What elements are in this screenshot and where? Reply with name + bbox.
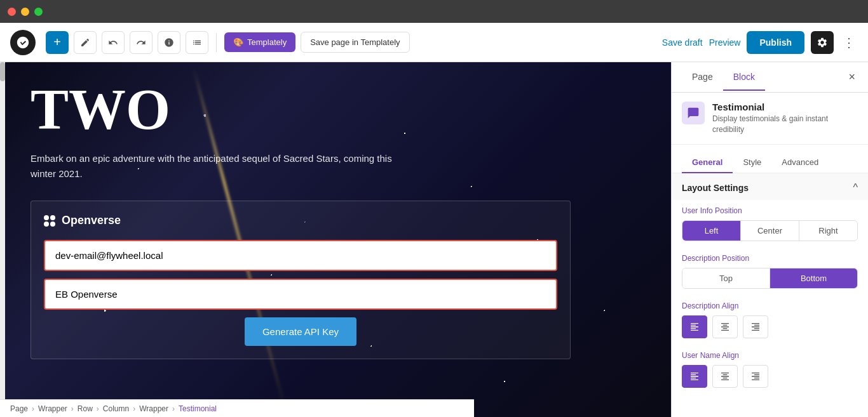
tab-page[interactable]: Page xyxy=(682,64,723,91)
description-position-group: Top Bottom xyxy=(682,268,858,289)
logo-dot xyxy=(44,215,49,220)
description-align-group xyxy=(682,315,858,338)
templately-icon: 🎨 xyxy=(233,37,243,47)
right-panel: Page Block × Testimonial Display testimo… xyxy=(671,62,868,417)
block-type-tabs: General Style Advanced xyxy=(672,145,868,173)
canvas-wrapper: TWO Embark on an epic adventure with the… xyxy=(0,62,671,417)
block-details: Testimonial Display testimonials & gain … xyxy=(712,102,858,135)
panel-body: Layout Settings ^ User Info Position Lef… xyxy=(672,173,868,417)
breadcrumb-sep-3: › xyxy=(97,404,99,413)
info-button[interactable] xyxy=(158,31,180,54)
toolbar-right-actions: Save draft Preview Publish ⋮ xyxy=(662,31,858,54)
breadcrumb-sep-4: › xyxy=(133,404,135,413)
tab-general[interactable]: General xyxy=(682,152,733,173)
add-block-button[interactable]: + xyxy=(46,31,69,54)
tab-block[interactable]: Block xyxy=(723,64,765,91)
desc-align-right-button[interactable] xyxy=(743,315,768,338)
canvas-text-content: TWO Embark on an epic adventure with the… xyxy=(31,81,646,359)
username-align-left-button[interactable] xyxy=(682,365,707,388)
main-area: TWO Embark on an epic adventure with the… xyxy=(0,62,868,417)
username-align-right-button[interactable] xyxy=(743,365,768,388)
save-page-templately-button[interactable]: Save page in Templately xyxy=(301,32,409,53)
pen-tool-button[interactable] xyxy=(74,31,97,54)
canvas-content: TWO Embark on an epic adventure with the… xyxy=(5,62,671,417)
close-window-btn[interactable] xyxy=(8,8,16,16)
layout-settings-section-header: Layout Settings ^ xyxy=(672,173,868,200)
breadcrumb-sep-5: › xyxy=(172,404,175,413)
breadcrumb-column[interactable]: Column xyxy=(103,404,129,413)
openverse-icon xyxy=(44,215,55,227)
desc-position-bottom-button[interactable]: Bottom xyxy=(770,268,857,288)
page-description: Embark on an epic adventure with the ant… xyxy=(31,151,412,182)
description-align-label: Description Align xyxy=(682,301,858,310)
site-name-field[interactable] xyxy=(44,279,557,310)
openverse-logo: Openverse xyxy=(44,214,557,227)
templately-button[interactable]: 🎨 Templately xyxy=(224,32,295,52)
openverse-name: Openverse xyxy=(62,214,121,227)
save-draft-button[interactable]: Save draft xyxy=(662,37,703,48)
breadcrumb: Page › Wrapper › Row › Column › Wrapper … xyxy=(0,399,474,417)
description-align-row: Description Align xyxy=(672,295,868,345)
block-description: Display testimonials & gain instant cred… xyxy=(712,114,858,135)
user-info-position-label: User Info Position xyxy=(682,206,858,215)
layout-settings-title: Layout Settings xyxy=(682,183,749,193)
breadcrumb-wrapper2[interactable]: Wrapper xyxy=(139,404,168,413)
breadcrumb-page[interactable]: Page xyxy=(10,404,28,413)
minimize-window-btn[interactable] xyxy=(21,8,29,16)
block-icon-box xyxy=(682,102,705,124)
description-position-label: Description Position xyxy=(682,254,858,263)
username-align-group xyxy=(682,365,858,388)
position-left-button[interactable]: Left xyxy=(682,221,741,241)
list-view-button[interactable] xyxy=(186,31,208,54)
section-toggle-icon[interactable]: ^ xyxy=(853,182,858,194)
block-info: Testimonial Display testimonials & gain … xyxy=(672,93,868,145)
logo-dot xyxy=(50,215,55,220)
breadcrumb-sep-2: › xyxy=(71,404,74,413)
description-position-row: Description Position Top Bottom xyxy=(672,248,868,295)
tab-style[interactable]: Style xyxy=(733,152,771,173)
user-info-position-group: Left Center Right xyxy=(682,220,858,241)
position-center-button[interactable]: Center xyxy=(741,221,799,241)
block-name: Testimonial xyxy=(712,102,858,112)
scroll-bar-left[interactable] xyxy=(0,62,5,417)
wordpress-icon[interactable] xyxy=(10,30,36,55)
logo-dot xyxy=(44,222,49,227)
desc-align-left-button[interactable] xyxy=(682,315,707,338)
toolbar: + 🎨 Templately Save page in Templately S… xyxy=(0,23,868,62)
titlebar xyxy=(0,0,868,23)
panel-tabs: Page Block × xyxy=(672,62,868,93)
page-heading: TWO xyxy=(31,81,646,138)
generate-api-key-button[interactable]: Generate API Key xyxy=(245,317,356,346)
tab-advanced[interactable]: Advanced xyxy=(771,152,829,173)
settings-button[interactable] xyxy=(811,31,834,54)
maximize-window-btn[interactable] xyxy=(34,8,43,16)
desc-position-top-button[interactable]: Top xyxy=(682,268,770,288)
form-container: Openverse Generate API Key xyxy=(31,201,571,359)
logo-dot xyxy=(50,222,55,227)
position-right-button[interactable]: Right xyxy=(799,221,857,241)
redo-button[interactable] xyxy=(130,31,153,54)
desc-align-center-button[interactable] xyxy=(712,315,738,338)
breadcrumb-wrapper1[interactable]: Wrapper xyxy=(38,404,67,413)
breadcrumb-row[interactable]: Row xyxy=(78,404,93,413)
publish-button[interactable]: Publish xyxy=(747,31,804,54)
toolbar-divider xyxy=(216,33,217,52)
user-info-position-row: User Info Position Left Center Right xyxy=(672,200,868,248)
scroll-thumb-left[interactable] xyxy=(0,62,5,81)
more-options-button[interactable]: ⋮ xyxy=(840,32,858,53)
breadcrumb-sep-1: › xyxy=(32,404,34,413)
undo-button[interactable] xyxy=(102,31,125,54)
canvas[interactable]: TWO Embark on an epic adventure with the… xyxy=(5,62,671,417)
breadcrumb-current[interactable]: Testimonial xyxy=(179,404,217,413)
username-align-center-button[interactable] xyxy=(712,365,738,388)
email-field[interactable] xyxy=(44,240,557,271)
username-align-label: User Name Align xyxy=(682,351,858,360)
preview-button[interactable]: Preview xyxy=(709,37,741,48)
panel-close-button[interactable]: × xyxy=(846,68,858,86)
username-align-row: User Name Align xyxy=(672,345,868,394)
